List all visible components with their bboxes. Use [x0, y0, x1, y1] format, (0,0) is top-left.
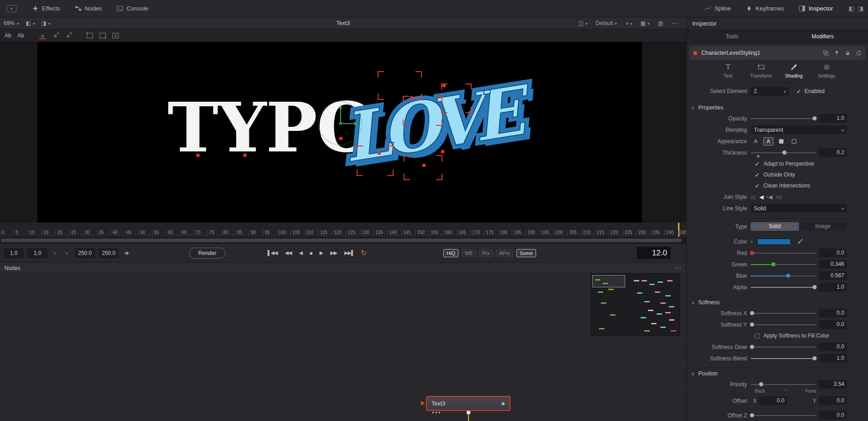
zoom-select[interactable]: 69%	[0, 17, 23, 29]
goto-start-icon[interactable]: ▌◀◀	[268, 250, 278, 256]
view-preset-select[interactable]: Default	[592, 20, 620, 26]
node-input-arrow-icon[interactable]	[421, 401, 427, 405]
lock-icon[interactable]	[845, 50, 851, 56]
priority-slider[interactable]	[751, 381, 816, 388]
subtab-settings[interactable]: Settings	[814, 62, 840, 82]
clean-intersections-checkbox[interactable]	[755, 182, 760, 189]
apply-softness-checkbox[interactable]	[755, 333, 760, 338]
priority-value[interactable]: 3.54	[819, 380, 847, 389]
join-bevel-button[interactable]: ◀	[768, 194, 772, 200]
nodes-options-icon[interactable]	[674, 264, 682, 272]
fast-forward-icon[interactable]: ▶▶	[330, 250, 337, 256]
current-time-display[interactable]: 12.0	[637, 247, 671, 259]
toggle-aprx[interactable]: APrx	[496, 249, 513, 257]
softness-section-header[interactable]: Softness	[687, 296, 868, 307]
play-reverse-icon[interactable]: ◀	[299, 250, 302, 256]
toggle-some[interactable]: Some	[516, 249, 536, 257]
tool-enable-led[interactable]	[693, 51, 697, 55]
slider-knob[interactable]	[813, 356, 817, 360]
y-axis-arrow[interactable]	[340, 107, 341, 123]
minimap-viewport[interactable]	[592, 275, 625, 287]
selection-bracket[interactable]	[441, 83, 471, 113]
control-point-handle[interactable]	[378, 151, 381, 155]
tab-modifiers[interactable]: Modifiers	[778, 30, 868, 42]
appearance-border-fill-button[interactable]	[776, 137, 786, 146]
slider-knob[interactable]	[813, 116, 817, 120]
step-size-field[interactable]: 1.0	[27, 248, 47, 258]
viewer-canvas[interactable]: TYPO LOVE	[37, 42, 642, 223]
range-in-field[interactable]: 250.0	[75, 248, 95, 258]
text-styled-button[interactable]: Ab	[3, 31, 13, 40]
type-image-button[interactable]: Image	[799, 222, 847, 231]
enabled-checkbox[interactable]	[796, 88, 801, 95]
subtab-text[interactable]: T Text	[715, 62, 742, 82]
softness-y-value[interactable]: 0.0	[819, 320, 847, 329]
alpha-slider[interactable]	[751, 284, 816, 291]
appearance-border-outline-button[interactable]	[789, 137, 799, 146]
softness-x-slider[interactable]	[751, 310, 816, 317]
tool-header[interactable]: CharacterLevelStyling1	[689, 46, 866, 60]
char-underline-button[interactable]: a	[37, 31, 47, 40]
blue-slider[interactable]	[751, 272, 816, 280]
panel-toggle-right-icon[interactable]: ◨	[858, 5, 863, 12]
gizmo-center-handle[interactable]	[339, 122, 342, 125]
nodes-button[interactable]: Nodes	[68, 5, 110, 12]
selection-bracket[interactable]	[403, 96, 442, 126]
pin-icon[interactable]	[834, 50, 840, 56]
green-slider[interactable]	[751, 261, 816, 268]
color-swatch[interactable]	[757, 239, 791, 245]
frame-select-button[interactable]	[85, 31, 95, 40]
node-navigate-icon[interactable]: ◈	[501, 400, 505, 406]
selection-bracket[interactable]	[404, 155, 442, 180]
offset-z-slider[interactable]	[751, 412, 816, 419]
softness-x-value[interactable]: 0.0	[819, 309, 847, 317]
fast-rewind-icon[interactable]: ◀◀	[285, 250, 292, 256]
control-point-handle[interactable]	[422, 164, 426, 167]
node-text3[interactable]: Text3 ◈	[426, 396, 510, 411]
color-expander-icon[interactable]	[751, 238, 752, 245]
frame-center-button[interactable]	[110, 31, 121, 40]
green-value[interactable]: 0.346	[819, 260, 847, 269]
x-axis-arrow[interactable]	[340, 123, 356, 124]
join-none-button[interactable]: ◁	[777, 194, 781, 200]
text-outline-button[interactable]: Ab	[16, 31, 26, 40]
viewer-options-button[interactable]	[668, 19, 682, 27]
slider-knob[interactable]	[786, 274, 790, 278]
blue-value[interactable]: 0.567	[819, 271, 847, 280]
view-buffer-a-button[interactable]: ◧	[23, 20, 38, 26]
slider-knob[interactable]	[813, 285, 817, 289]
offset-z-value[interactable]: 0.0	[819, 411, 847, 420]
control-point-handle[interactable]	[442, 84, 446, 87]
play-icon[interactable]: ▶	[320, 250, 323, 256]
control-point-handle[interactable]	[243, 154, 247, 157]
console-button[interactable]: Console	[109, 5, 156, 12]
select-element-dropdown[interactable]: 2	[751, 87, 789, 96]
slider-knob[interactable]	[750, 322, 754, 327]
node-output-knot[interactable]	[467, 411, 470, 414]
slider-knob[interactable]	[759, 382, 763, 386]
thickness-slider[interactable]	[751, 149, 816, 156]
position-section-header[interactable]: Position	[687, 368, 868, 379]
inspector-button[interactable]: Inspector	[791, 5, 840, 12]
red-value[interactable]: 0.0	[819, 249, 847, 257]
offset-y-value[interactable]: 0.0	[819, 396, 847, 405]
playback-speed-field[interactable]: 1.0	[4, 248, 24, 258]
control-point-handle[interactable]	[339, 137, 342, 140]
slider-knob[interactable]	[750, 413, 754, 417]
view-buffer-b-button[interactable]: ◨	[38, 20, 53, 26]
reset-icon[interactable]	[856, 50, 862, 56]
audio-mute-icon[interactable]	[124, 250, 131, 256]
spline-button[interactable]: Spline	[697, 5, 738, 12]
outside-only-checkbox[interactable]	[755, 172, 760, 178]
thickness-value[interactable]: 0.2	[819, 148, 847, 157]
tab-tools[interactable]: Tools	[687, 30, 778, 42]
frame-resize-button[interactable]	[98, 31, 108, 40]
opacity-value[interactable]: 1.0	[819, 114, 847, 123]
red-slider[interactable]	[751, 249, 816, 257]
slider-knob[interactable]	[750, 251, 754, 255]
step-back-button[interactable]	[50, 249, 59, 258]
step-forward-button[interactable]	[62, 249, 71, 258]
panel-toggle-left-icon[interactable]: ◧	[848, 5, 854, 12]
softness-glow-slider[interactable]	[751, 343, 816, 351]
toggle-mb[interactable]: MB	[462, 249, 476, 257]
